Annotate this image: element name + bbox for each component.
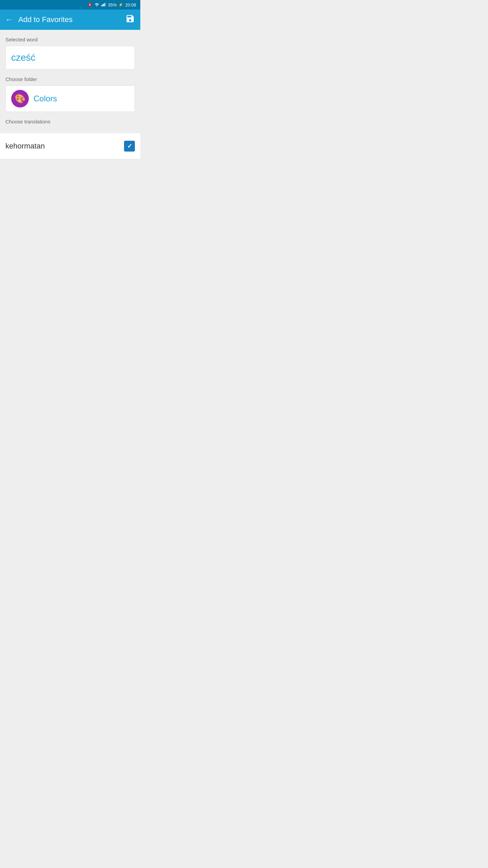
svg-rect-0 bbox=[101, 5, 102, 6]
folder-name: Colors bbox=[34, 94, 57, 103]
battery-percentage: 35% bbox=[108, 2, 117, 7]
palette-icon: 🎨 bbox=[15, 94, 25, 104]
app-bar-title: Add to Favorites bbox=[18, 15, 73, 24]
status-icons: 🔇 35% ⚡ 20:08 bbox=[87, 2, 136, 7]
selected-word-label: Selected word bbox=[5, 37, 135, 42]
translation-checkbox[interactable]: ✓ bbox=[124, 141, 135, 152]
wifi-icon bbox=[94, 2, 100, 7]
folder-icon-circle: 🎨 bbox=[11, 90, 29, 107]
choose-folder-label: Choose folder bbox=[5, 76, 135, 82]
svg-rect-1 bbox=[103, 4, 104, 6]
selected-word-box: cześć bbox=[5, 46, 135, 70]
selected-word-value: cześć bbox=[11, 52, 36, 63]
content-area: Selected word cześć Choose folder 🎨 Colo… bbox=[0, 30, 140, 133]
app-bar-left: ← Add to Favorites bbox=[5, 15, 73, 24]
translation-item[interactable]: kehormatan ✓ bbox=[0, 133, 140, 159]
status-time: 20:08 bbox=[125, 2, 136, 7]
mute-icon: 🔇 bbox=[87, 2, 93, 7]
translations-list: kehormatan ✓ bbox=[0, 133, 140, 159]
save-button[interactable] bbox=[125, 14, 135, 25]
signal-icon bbox=[101, 2, 106, 7]
translation-word: kehormatan bbox=[5, 142, 45, 151]
app-bar: ← Add to Favorites bbox=[0, 9, 140, 30]
folder-selector[interactable]: 🎨 Colors bbox=[5, 85, 135, 112]
checkmark-icon: ✓ bbox=[127, 142, 132, 150]
svg-rect-2 bbox=[104, 3, 105, 6]
battery-icon: ⚡ bbox=[118, 2, 123, 7]
status-bar: 🔇 35% ⚡ 20:08 bbox=[0, 0, 140, 9]
back-button[interactable]: ← bbox=[5, 15, 13, 24]
svg-rect-3 bbox=[105, 2, 106, 6]
choose-translations-label: Choose translations bbox=[5, 119, 135, 128]
